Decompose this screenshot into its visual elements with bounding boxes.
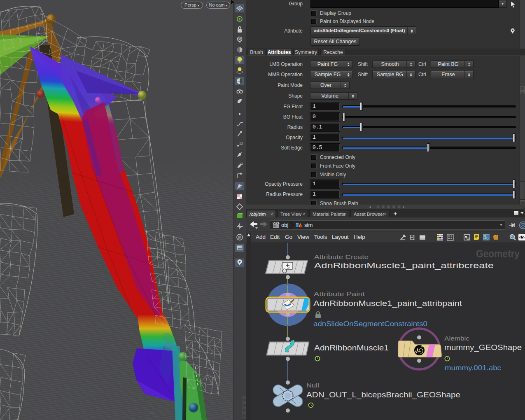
svg-text:Attribute Paint: Attribute Paint [314,290,365,297]
svg-text:ADN_OUT_L_bicepsBrachii_GEOSha: ADN_OUT_L_bicepsBrachii_GEOShape [306,390,460,399]
svg-text:12: 12 [239,162,243,166]
svg-text:Geometry: Geometry [476,248,520,259]
svg-text:12: 12 [239,142,243,145]
svg-text:mummy_GEOShape: mummy_GEOShape [444,343,522,352]
svg-text:AdnRibbonMuscle1_paint_attribc: AdnRibbonMuscle1_paint_attribcreate [314,261,494,270]
svg-text:mummy.001.abc: mummy.001.abc [445,364,501,371]
svg-text:adnSlideOnSegmentConstraints0: adnSlideOnSegmentConstraints0 [313,320,427,327]
svg-text:AdnRibbonMuscle1: AdnRibbonMuscle1 [314,343,389,352]
svg-text:AdnRibbonMuscle1_paint_attribp: AdnRibbonMuscle1_paint_attribpaint [313,299,462,308]
svg-text:Alembic: Alembic [444,335,470,342]
svg-text:25: 25 [149,411,153,415]
svg-text:Null: Null [306,382,319,389]
svg-text:Attribute Create: Attribute Create [314,253,369,260]
